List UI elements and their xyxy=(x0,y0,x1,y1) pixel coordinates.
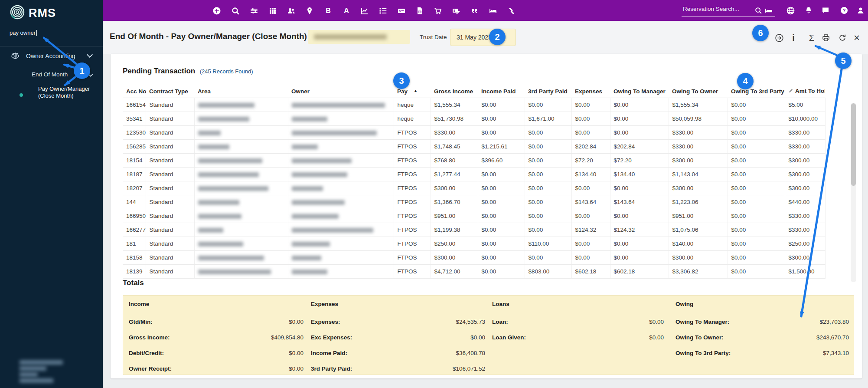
table-row[interactable]: 181StandardFTPOS$250.00$0.00$110.00$0.00… xyxy=(123,237,825,251)
table-row[interactable]: 35341Standardheque$51,730.98$0.00$1,671.… xyxy=(123,112,825,126)
acc-no-link[interactable]: 166950 xyxy=(123,209,146,223)
table-row[interactable]: 18154StandardFTPOS$768.80$396.60$0.00$72… xyxy=(123,154,825,168)
letter-a-icon[interactable]: A xyxy=(341,6,352,16)
table-row[interactable]: 18187StandardFTPOS$1,277.44$0.00$0.00$13… xyxy=(123,168,825,181)
info-icon[interactable]: i xyxy=(788,32,799,43)
col-header-expenses[interactable]: Expenses xyxy=(571,88,610,98)
table-row[interactable]: 18207StandardFTPOS$300.00$0.00$0.00$0.00… xyxy=(123,181,825,195)
chat-icon[interactable] xyxy=(820,6,831,15)
col-header-owing-to-manager[interactable]: Owing To Manager xyxy=(610,88,669,98)
table-row[interactable]: 18139StandardFTPOS$4,712.00$0.00$803.00$… xyxy=(123,265,825,279)
amount-cell: $0.00 xyxy=(478,209,525,223)
contract-type-cell: Standard xyxy=(146,98,194,112)
sigma-totals-icon[interactable]: Σ xyxy=(806,32,817,43)
acc-no-link[interactable]: 181 xyxy=(123,237,146,251)
amount-cell: $0.00 xyxy=(571,181,610,195)
col-header-income-paid[interactable]: Income Paid xyxy=(478,88,525,98)
quote-icon[interactable] xyxy=(469,6,480,16)
col-header-owing-to-owner[interactable]: Owing To Owner xyxy=(669,88,728,98)
acc-no-link[interactable]: 18139 xyxy=(123,265,146,279)
pay-method-cell: FTPOS xyxy=(394,126,431,140)
col-header-area[interactable]: Area xyxy=(194,88,288,98)
col-header-owing-to-3rd-party[interactable]: Owing To 3rd Party xyxy=(728,88,785,98)
pay-method-cell: heque xyxy=(394,98,431,112)
report-icon[interactable] xyxy=(414,6,425,16)
table-row[interactable]: 144StandardFTPOS$1,366.70$0.00$0.00$143.… xyxy=(123,195,825,209)
col-header-acc-no[interactable]: Acc No xyxy=(123,88,146,98)
amount-cell: $330.00 xyxy=(785,126,825,140)
col-header-3rd-party-paid[interactable]: 3rd Party Paid xyxy=(525,88,571,98)
amount-cell: $0.00 xyxy=(478,265,525,279)
reservation-search-input[interactable]: Reservation Search... xyxy=(683,6,739,12)
grid-icon[interactable] xyxy=(267,6,278,16)
help-icon[interactable]: ? xyxy=(839,6,849,15)
bed-search-icon[interactable] xyxy=(764,6,774,15)
user-icon[interactable] xyxy=(855,6,866,15)
sidebar-search-input[interactable]: pay owner xyxy=(10,30,37,36)
area-cell-redacted xyxy=(194,98,288,112)
amount-cell: $330.00 xyxy=(785,223,825,237)
money-check-icon[interactable]: $ xyxy=(396,6,407,16)
refresh-icon[interactable] xyxy=(837,32,848,43)
col-header-amt-to-hold[interactable]: Amt To Hold xyxy=(785,88,825,98)
acc-no-link[interactable]: 18207 xyxy=(123,181,146,195)
acc-no-link[interactable]: 144 xyxy=(123,195,146,209)
bell-icon[interactable] xyxy=(803,6,814,15)
trust-date-input[interactable]: 31 May 2025 xyxy=(450,29,516,46)
acc-no-link[interactable]: 166277 xyxy=(123,223,146,237)
amount-cell: $0.00 xyxy=(571,98,610,112)
table-row[interactable]: 123530StandardFTPOS$330.00$0.00$0.00$0.0… xyxy=(123,126,825,140)
globe-icon[interactable] xyxy=(785,6,796,15)
go-arrow-circle-icon[interactable] xyxy=(773,32,785,43)
vertical-scrollbar[interactable] xyxy=(851,103,856,282)
amount-cell: $300.00 xyxy=(431,181,478,195)
add-icon[interactable] xyxy=(211,6,222,16)
acc-no-link[interactable]: 18154 xyxy=(123,154,146,168)
acc-no-link[interactable]: 35341 xyxy=(123,112,146,126)
totals-row: Gross Income:$409,854.80 xyxy=(129,334,303,342)
amount-cell: $0.00 xyxy=(610,126,669,140)
charts-icon[interactable] xyxy=(359,6,370,16)
col-header-contract-type[interactable]: Contract Type xyxy=(146,88,194,98)
acc-no-link[interactable]: 156285 xyxy=(123,140,146,154)
table-row[interactable]: 166277StandardFTPOS$1,199.38$0.00$0.00$1… xyxy=(123,223,825,237)
col-header-owner[interactable]: Owner xyxy=(288,88,394,98)
totals-group-header: Expenses xyxy=(311,301,485,307)
totals-group-loans: LoansLoan:$0.00Loan Given:$0.00 xyxy=(492,301,664,370)
search-icon[interactable] xyxy=(230,6,241,16)
guests-icon[interactable] xyxy=(286,6,297,16)
scrollbar-thumb[interactable] xyxy=(851,103,856,186)
amount-cell: $0.00 xyxy=(728,265,785,279)
acc-no-link[interactable]: 18187 xyxy=(123,168,146,181)
letter-b-icon[interactable]: B xyxy=(323,6,334,16)
col-header-gross-income[interactable]: Gross Income xyxy=(431,88,478,98)
tools-icon[interactable] xyxy=(506,6,517,16)
close-icon[interactable]: × xyxy=(851,32,862,43)
acc-no-link[interactable]: 166154 xyxy=(123,98,146,112)
rms-logo[interactable]: RMS xyxy=(10,4,56,22)
transactions-table: Acc No Contract Type Area Owner Pay▲ Gro… xyxy=(123,88,826,279)
redacted-text xyxy=(20,360,63,365)
acc-no-link[interactable]: 18158 xyxy=(123,251,146,265)
money-pen-icon[interactable]: $ xyxy=(450,6,462,16)
totals-label: Owing To Owner: xyxy=(675,334,724,341)
cart-icon[interactable] xyxy=(432,6,444,16)
table-row[interactable]: 156285StandardFTPOS$1,748.45$1,215.61$0.… xyxy=(123,140,825,154)
search-small-icon[interactable] xyxy=(753,6,764,15)
table-row[interactable]: 166950StandardFTPOS$951.00$0.00$0.00$0.0… xyxy=(123,209,825,223)
amount-cell: $396.60 xyxy=(478,154,525,168)
tasks-icon[interactable] xyxy=(377,6,388,16)
owner-cell-redacted xyxy=(288,98,394,112)
bed-icon[interactable] xyxy=(487,6,499,16)
col-header-pay[interactable]: Pay▲ xyxy=(394,88,431,98)
print-icon[interactable] xyxy=(820,32,832,43)
totals-row: Debit/Credit:$0.00 xyxy=(129,350,303,358)
filters-icon[interactable] xyxy=(248,6,260,16)
map-icon[interactable] xyxy=(304,6,315,16)
table-row[interactable]: 166154Standardheque$1,555.34$0.00$0.00$0… xyxy=(123,98,825,112)
table-row[interactable]: 18158StandardFTPOS$300.00$0.00$0.00$0.00… xyxy=(123,251,825,265)
scales-icon xyxy=(10,52,20,62)
owner-cell-redacted xyxy=(288,181,394,195)
acc-no-link[interactable]: 123530 xyxy=(123,126,146,140)
amount-cell: $768.80 xyxy=(431,154,478,168)
